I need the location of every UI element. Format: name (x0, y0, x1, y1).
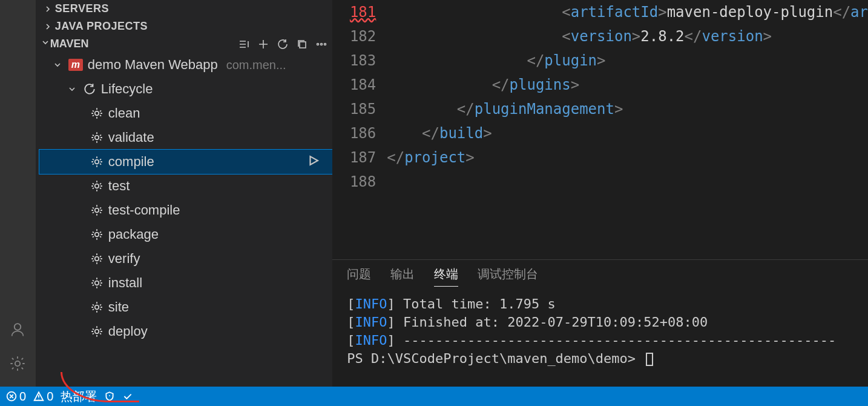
chevron-down-icon (51, 60, 64, 70)
gear-icon (90, 155, 104, 168)
svg-point-4 (321, 43, 323, 45)
tab-output[interactable]: 输出 (390, 266, 415, 287)
svg-point-15 (95, 330, 99, 334)
svg-point-6 (95, 111, 99, 116)
gear-icon (90, 204, 104, 217)
collapse-all-icon[interactable] (238, 38, 250, 50)
maven-tree: m demo Maven Webapp com.men... Lifecycle… (36, 53, 332, 344)
lifecycle-goal-package[interactable]: package (39, 222, 332, 247)
status-warnings[interactable]: 0 (33, 390, 53, 404)
svg-point-1 (15, 361, 20, 366)
add-icon[interactable] (257, 38, 269, 50)
status-hot-deploy[interactable]: 热部署 (61, 388, 97, 405)
code-editor[interactable]: 181182183184185186187188 <artifactId>mav… (332, 0, 868, 259)
activity-bar (0, 0, 36, 387)
section-label: JAVA PROJECTS (55, 20, 148, 33)
refresh-icon (83, 82, 96, 96)
tab-debug-console[interactable]: 调试控制台 (478, 266, 538, 287)
gear-icon (90, 107, 104, 120)
terminal-output[interactable]: [INFO] Total time: 1.795 s [INFO] Finish… (332, 287, 868, 387)
section-label: MAVEN (50, 38, 89, 50)
status-check-icon[interactable] (122, 391, 133, 402)
section-servers[interactable]: SERVERS (36, 0, 332, 18)
gear-icon (90, 131, 104, 144)
terminal-cursor (646, 353, 653, 366)
chevron-down-icon (66, 84, 78, 94)
svg-point-8 (95, 160, 99, 164)
editor-area: 181182183184185186187188 <artifactId>mav… (332, 0, 868, 387)
settings-gear-icon[interactable] (3, 349, 32, 378)
status-shield-icon[interactable] (104, 391, 115, 402)
goal-label: test-compile (108, 202, 180, 218)
section-java-projects[interactable]: JAVA PROJECTS (36, 18, 332, 35)
gear-icon (90, 325, 104, 338)
chevron-right-icon (41, 4, 55, 14)
section-label: SERVERS (55, 2, 109, 15)
svg-point-9 (95, 184, 99, 188)
svg-point-14 (95, 305, 99, 310)
copy-icon[interactable] (296, 38, 308, 50)
svg-point-11 (95, 233, 99, 237)
chevron-down-icon (41, 38, 50, 50)
panel-tabs: 问题 输出 终端 调试控制台 (332, 260, 868, 287)
play-icon[interactable] (307, 154, 320, 170)
line-gutter: 181182183184185186187188 (332, 0, 387, 259)
lifecycle-goal-deploy[interactable]: deploy (39, 319, 332, 344)
gear-icon (90, 276, 104, 290)
goal-label: verify (108, 251, 140, 267)
lifecycle-goal-verify[interactable]: verify (39, 247, 332, 271)
status-errors[interactable]: 0 (6, 390, 26, 404)
goal-label: package (108, 227, 159, 242)
maven-project-row[interactable]: m demo Maven Webapp com.men... (39, 53, 332, 77)
goal-label: clean (108, 105, 140, 121)
sidebar: SERVERS JAVA PROJECTS MAVEN m dem (36, 0, 332, 387)
svg-point-5 (324, 43, 326, 45)
goal-label: deploy (108, 324, 148, 339)
lifecycle-goal-site[interactable]: site (39, 295, 332, 319)
goal-label: site (108, 299, 129, 315)
code-content[interactable]: <artifactId>maven-deploy-plugin</ar <ver… (387, 0, 868, 259)
lifecycle-label: Lifecycle (101, 81, 153, 97)
goal-label: compile (108, 154, 154, 170)
tab-terminal[interactable]: 终端 (434, 266, 458, 287)
project-name: demo Maven Webapp (88, 57, 218, 73)
lifecycle-goal-test-compile[interactable]: test-compile (39, 198, 332, 222)
lifecycle-goal-compile[interactable]: compile (39, 150, 332, 174)
gear-icon (90, 179, 104, 193)
gear-icon (90, 228, 104, 241)
maven-icon: m (68, 59, 83, 71)
refresh-icon[interactable] (277, 38, 289, 50)
gear-icon (90, 301, 104, 314)
lifecycle-goal-install[interactable]: install (39, 271, 332, 295)
bottom-panel: 问题 输出 终端 调试控制台 [INFO] Total time: 1.795 … (332, 259, 868, 387)
lifecycle-goal-test[interactable]: test (39, 174, 332, 198)
gear-icon (90, 252, 104, 265)
svg-rect-2 (300, 42, 306, 48)
chevron-right-icon (41, 22, 55, 32)
lifecycle-row[interactable]: Lifecycle (39, 77, 332, 101)
svg-point-3 (317, 43, 319, 45)
svg-point-0 (15, 324, 21, 330)
status-bar: 0 0 热部署 (0, 387, 868, 406)
project-group: com.men... (226, 58, 286, 72)
goal-label: test (108, 178, 130, 194)
goal-label: install (108, 275, 142, 291)
more-icon[interactable] (315, 38, 327, 50)
tab-problems[interactable]: 问题 (347, 266, 371, 287)
svg-point-17 (109, 395, 110, 396)
account-icon[interactable] (3, 315, 32, 344)
section-maven[interactable]: MAVEN (36, 35, 332, 53)
svg-point-13 (95, 281, 99, 285)
lifecycle-goal-clean[interactable]: clean (39, 101, 332, 125)
lifecycle-goal-validate[interactable]: validate (39, 125, 332, 150)
svg-point-10 (95, 208, 99, 213)
goal-label: validate (108, 130, 154, 145)
svg-point-12 (95, 257, 99, 261)
svg-point-7 (95, 136, 99, 140)
